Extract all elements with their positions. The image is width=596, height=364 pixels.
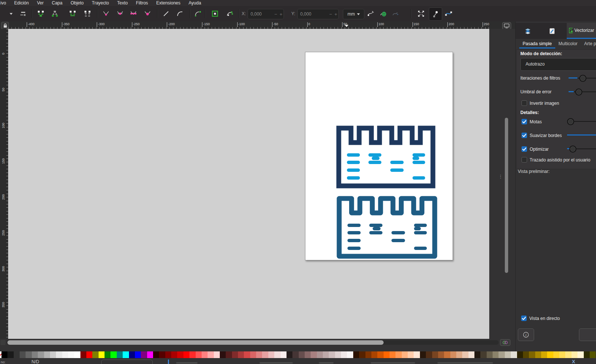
palette-swatch-00ff00[interactable] xyxy=(110,351,116,358)
user-assisted-checkbox[interactable] xyxy=(522,157,527,163)
apply-button[interactable] xyxy=(579,328,596,341)
palette-swatch-ff7f2a[interactable] xyxy=(390,351,395,358)
filter-iterations-slider[interactable] xyxy=(569,75,596,81)
palette-swatch-000080[interactable] xyxy=(129,351,135,358)
palette-swatch-a8a18d[interactable] xyxy=(499,351,504,358)
gel-electrophoresis-traced[interactable] xyxy=(337,196,437,259)
palette-swatch-aa4400[interactable] xyxy=(371,351,377,358)
tab-multicolor[interactable]: Multicolor xyxy=(555,40,581,49)
palette-swatch-ff6600[interactable] xyxy=(384,351,390,358)
palette-swatch-ffe680[interactable] xyxy=(565,351,571,358)
palette-swatch-784421[interactable] xyxy=(432,351,438,358)
edit-mask-icon[interactable] xyxy=(380,10,387,17)
palette-swatch-2b0000[interactable] xyxy=(153,351,159,358)
palette-swatch-453535[interactable] xyxy=(292,351,298,358)
palette-swatch-550000[interactable] xyxy=(159,351,165,358)
break-nodes-icon[interactable] xyxy=(51,10,59,17)
palette-swatch-d44747[interactable] xyxy=(244,351,250,358)
palette-swatch-551d1d[interactable] xyxy=(226,351,232,358)
detection-mode-select[interactable]: Autotrazo xyxy=(520,58,596,71)
palette-swatch-4d4d4d[interactable] xyxy=(20,351,26,358)
palette-swatch-800000[interactable] xyxy=(80,351,86,358)
show-path-outline-icon[interactable] xyxy=(445,10,452,17)
tab-single-scan[interactable]: Pasada simple xyxy=(519,40,555,49)
palette-swatch-dfd2d2[interactable] xyxy=(335,351,341,358)
palette-swatch-d38d5f[interactable] xyxy=(450,351,456,358)
canvas[interactable] xyxy=(8,29,489,339)
show-transform-handles-icon[interactable] xyxy=(417,10,425,17)
palette-swatch-ffaaaa[interactable] xyxy=(208,351,213,358)
palette-swatch-da6565[interactable] xyxy=(250,351,256,358)
palette-swatch-2b0f0f[interactable] xyxy=(220,351,226,358)
speckles-slider[interactable] xyxy=(567,118,596,125)
live-preview-checkbox[interactable] xyxy=(521,315,527,321)
palette-swatch-fff6d5[interactable] xyxy=(577,351,583,358)
palette-swatch-c5c0b0[interactable] xyxy=(505,351,511,358)
horizontal-scrollbar[interactable] xyxy=(7,340,384,345)
x-coordinate-input[interactable]: 0,000 − + xyxy=(248,9,284,19)
segment-line-icon[interactable] xyxy=(162,10,170,17)
smooth-corners-row[interactable]: Suavizar bordes xyxy=(522,133,562,138)
x-increment-button[interactable]: + xyxy=(278,11,284,17)
palette-swatch-f2dddd[interactable] xyxy=(274,351,280,358)
menu-item-ver[interactable]: Ver xyxy=(33,0,48,6)
invert-image-checkbox[interactable] xyxy=(522,100,527,106)
palette-swatch-ff8080[interactable] xyxy=(202,351,208,358)
palette-swatch-e2dfd6[interactable] xyxy=(511,351,517,358)
palette-swatch-bda8a8[interactable] xyxy=(323,351,329,358)
palette-swatch-1a1a1a[interactable] xyxy=(7,351,13,358)
invert-image-row[interactable]: Invertir imagen xyxy=(522,100,559,106)
menu-item-objeto[interactable]: Objeto xyxy=(66,0,87,6)
delete-node-icon[interactable] xyxy=(19,10,27,17)
horizontal-ruler[interactable]: -400-350-300-250-200-150-100-50050100150… xyxy=(8,21,490,29)
node-corner-icon[interactable] xyxy=(102,10,110,17)
palette-swatch-ff9955[interactable] xyxy=(395,351,401,358)
palette-swatch-c87137[interactable] xyxy=(444,351,450,358)
object-to-path-icon[interactable] xyxy=(211,10,219,17)
menu-item-edición[interactable]: Edición xyxy=(10,0,33,6)
palette-swatch-554400[interactable] xyxy=(523,351,529,358)
opacity-spinner[interactable] xyxy=(101,360,153,364)
slider-handle[interactable] xyxy=(575,89,582,96)
palette-swatch-e08383[interactable] xyxy=(256,351,262,358)
vertical-scrollbar[interactable] xyxy=(505,118,508,273)
palette-swatch-e9c6af[interactable] xyxy=(462,351,468,358)
palette-swatch-800000[interactable] xyxy=(165,351,171,358)
palette-swatch-221911[interactable] xyxy=(474,351,480,358)
y-coordinate-input[interactable]: 0,000 − + xyxy=(297,9,339,19)
palette-swatch-d45500[interactable] xyxy=(377,351,383,358)
corner-to-curve-icon[interactable] xyxy=(194,10,202,17)
palette-swatch-241c1c[interactable] xyxy=(287,351,292,358)
insert-node-dropdown-icon[interactable] xyxy=(7,10,15,17)
x-coordinate-value[interactable]: 0,000 xyxy=(248,11,273,17)
palette-swatch-0000ff[interactable] xyxy=(135,351,141,358)
palette-swatch-ff0000[interactable] xyxy=(183,351,189,358)
node-smooth-icon[interactable] xyxy=(116,10,124,17)
smooth-corners-checkbox[interactable] xyxy=(522,133,527,138)
flatten-path-icon[interactable] xyxy=(226,10,234,17)
palette-swatch-806600[interactable] xyxy=(529,351,535,358)
palette-swatch-ffdd55[interactable] xyxy=(559,351,565,358)
palette-swatch-876767[interactable] xyxy=(305,351,311,358)
palette-swatch-ac9393[interactable] xyxy=(317,351,323,358)
palette-swatch-cccccc[interactable] xyxy=(50,351,56,358)
menu-item-filtros[interactable]: Filtros xyxy=(132,0,152,6)
palette-swatch-e6a1a1[interactable] xyxy=(262,351,268,358)
palette-swatch-ff5555[interactable] xyxy=(196,351,202,358)
palette-swatch-666666[interactable] xyxy=(26,351,32,358)
palette-swatch-cebdbd[interactable] xyxy=(329,351,335,358)
y-increment-button[interactable]: + xyxy=(333,11,338,17)
palette-swatch-d40000[interactable] xyxy=(177,351,183,358)
show-bezier-handles-toggle[interactable] xyxy=(429,7,442,21)
palette-swatch-453c2e[interactable] xyxy=(480,351,486,358)
node-symmetric-icon[interactable] xyxy=(130,10,137,17)
palette-swatch-28170b[interactable] xyxy=(420,351,426,358)
tab-fill-stroke[interactable] xyxy=(540,23,564,39)
vertical-ruler[interactable]: 050100150200250300350 xyxy=(0,29,8,339)
palette-swatch-a88080[interactable] xyxy=(311,351,317,358)
menu-item-texto[interactable]: Texto xyxy=(113,0,132,6)
join-nodes-icon[interactable] xyxy=(37,10,44,17)
join-with-segment-icon[interactable] xyxy=(69,10,76,17)
y-coordinate-value[interactable]: 0,000 xyxy=(298,11,328,17)
palette-swatch-f2f2f2[interactable] xyxy=(62,351,68,358)
